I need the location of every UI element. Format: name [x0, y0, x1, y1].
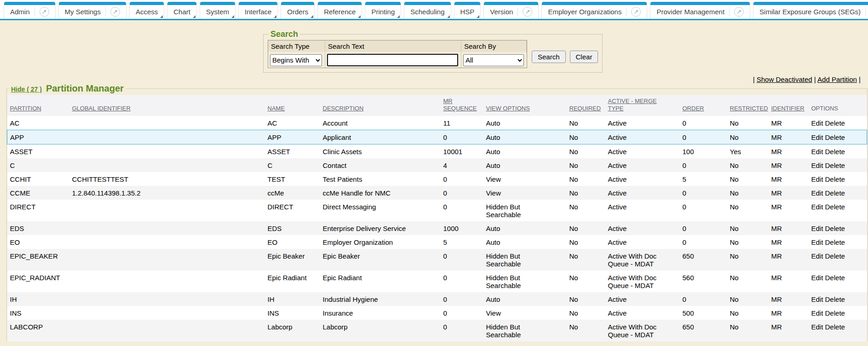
table-row-direct[interactable]: DIRECTDIRECTDirect Messaging0Hidden But … — [7, 200, 867, 221]
row-edit-link[interactable]: Edit — [811, 175, 823, 183]
column-header-restricted[interactable]: RESTRICTED — [727, 95, 769, 116]
external-link-icon[interactable]: ↗ — [631, 7, 641, 17]
table-row-labcorp[interactable]: LABCORPLabcorpLabcorp0Hidden But Searcha… — [7, 320, 867, 341]
row-delete-link[interactable]: Delete — [825, 252, 845, 260]
table-row-ih[interactable]: IHIHIndustrial Hygiene0AutoNoActive0NoMR… — [7, 292, 867, 306]
row-edit-link[interactable]: Edit — [811, 189, 823, 197]
tab-printing[interactable]: Printing — [365, 2, 401, 19]
cell-active_merge_type: Active — [605, 130, 680, 144]
row-delete-link[interactable]: Delete — [825, 274, 845, 282]
row-delete-link[interactable]: Delete — [825, 161, 845, 169]
row-edit-link[interactable]: Edit — [811, 295, 823, 303]
cell-required: No — [567, 144, 605, 159]
table-row-epic-beaker[interactable]: EPIC_BEAKEREpic BeakerEpic Beaker0Hidden… — [7, 249, 867, 271]
search-type-select[interactable]: Begins With — [270, 54, 322, 66]
cell-restricted: No — [727, 292, 769, 306]
row-edit-link[interactable]: Edit — [811, 323, 823, 331]
tab-divider: ↗ — [729, 7, 744, 17]
cell-global_identifier: 1.2.840.114398.1.35.2 — [69, 186, 265, 200]
cell-active_merge_type: Active — [605, 221, 680, 235]
column-header-active_merge_type[interactable]: ACTIVE - MERGETYPE — [605, 95, 680, 116]
table-row-cchit[interactable]: CCHITCCHITTESTTESTTESTTest Patients0View… — [7, 172, 867, 186]
tab-provider-management[interactable]: Provider Management↗ — [650, 2, 750, 19]
row-edit-link[interactable]: Edit — [811, 148, 823, 156]
tab-my-settings[interactable]: My Settings↗ — [58, 2, 126, 19]
tab-label: Version — [490, 8, 513, 16]
column-header-view_options[interactable]: VIEW OPTIONS — [483, 95, 567, 116]
cell-order: 0 — [680, 221, 727, 235]
tab-access[interactable]: Access — [129, 2, 164, 19]
row-delete-link[interactable]: Delete — [825, 225, 845, 232]
tab-interface[interactable]: Interface — [238, 2, 278, 19]
external-link-icon[interactable]: ↗ — [734, 7, 744, 17]
row-edit-link[interactable]: Edit — [811, 119, 823, 127]
tab-version[interactable]: Version↗ — [483, 2, 539, 19]
table-row-eo[interactable]: EOEOEmployer Organization5AutoNoActive0N… — [7, 235, 867, 249]
row-edit-link[interactable]: Edit — [811, 161, 823, 169]
column-header-mr_sequence[interactable]: MRSEQUENCE — [441, 95, 483, 116]
column-header-identifier[interactable]: IDENTIFIER — [769, 95, 809, 116]
row-delete-link[interactable]: Delete — [825, 203, 845, 211]
show-deactivated-link[interactable]: Show Deactivated — [757, 75, 812, 83]
table-row-ccme[interactable]: CCME1.2.840.114398.1.35.2ccMeccMe Handle… — [7, 186, 867, 200]
tab-reference[interactable]: Reference — [317, 2, 362, 19]
row-edit-link[interactable]: Edit — [811, 238, 823, 246]
row-delete-link[interactable]: Delete — [825, 238, 845, 246]
external-link-icon[interactable]: ↗ — [40, 7, 49, 17]
table-row-epic-radiant[interactable]: EPIC_RADIANTEpic RadiantEpic Radiant0Hid… — [7, 271, 867, 292]
row-edit-link[interactable]: Edit — [811, 203, 823, 211]
search-text-input[interactable] — [327, 54, 458, 66]
row-delete-link[interactable]: Delete — [825, 323, 845, 331]
row-delete-link[interactable]: Delete — [825, 148, 845, 156]
column-header-order[interactable]: ORDER — [680, 95, 727, 116]
cell-view_options: Auto — [483, 144, 567, 159]
tab-divider: ↗ — [34, 7, 49, 17]
cell-view_options: Auto — [483, 292, 567, 306]
column-header-name[interactable]: NAME — [265, 95, 320, 116]
table-row-app[interactable]: APPAPPApplicant0AutoNoActive0NoMREdit De… — [7, 130, 867, 144]
cell-order: 5 — [680, 172, 727, 186]
row-delete-link[interactable]: Delete — [825, 295, 845, 303]
column-header-partition[interactable]: PARTITION — [7, 95, 69, 116]
row-edit-link[interactable]: Edit — [811, 225, 823, 232]
column-header-global_identifier[interactable]: GLOBAL IDENTIFIER — [69, 95, 265, 116]
tab-similar-exposure-groups-segs[interactable]: Similar Exposure Groups (SEGs)↗ — [753, 2, 868, 19]
row-edit-link[interactable]: Edit — [811, 133, 823, 141]
row-edit-link[interactable]: Edit — [811, 252, 823, 260]
tab-chart[interactable]: Chart — [167, 2, 197, 19]
tab-admin[interactable]: Admin↗ — [4, 2, 56, 19]
row-delete-link[interactable]: Delete — [825, 119, 845, 127]
row-delete-link[interactable]: Delete — [825, 189, 845, 197]
external-link-icon[interactable]: ↗ — [523, 7, 532, 17]
row-delete-link[interactable]: Delete — [825, 175, 845, 183]
table-row-asset[interactable]: ASSETASSETClinic Assets10001AutoNoActive… — [7, 144, 867, 159]
clear-button[interactable]: Clear — [570, 51, 598, 63]
tab-orders[interactable]: Orders — [281, 2, 315, 19]
table-row-eds[interactable]: EDSEDSEnterprise Delivery Service1000Aut… — [7, 221, 867, 235]
search-button[interactable]: Search — [532, 51, 566, 63]
cell-restricted: No — [727, 116, 769, 130]
row-edit-link[interactable]: Edit — [811, 274, 823, 282]
table-row-ac[interactable]: ACACAccount11AutoNoActive0NoMREdit Delet… — [7, 116, 867, 130]
cell-identifier: MR — [769, 130, 809, 144]
row-delete-link[interactable]: Delete — [825, 133, 845, 141]
hide-toggle-link[interactable]: Hide ( 27 ) — [11, 86, 42, 93]
table-row-c[interactable]: CCContact4AutoNoActive0NoMREdit Delete — [7, 158, 867, 172]
page-title: Partition Manager — [46, 83, 124, 94]
search-by-select[interactable]: All — [463, 54, 524, 66]
row-delete-link[interactable]: Delete — [825, 309, 845, 317]
tab-scheduling[interactable]: Scheduling — [404, 2, 451, 19]
table-row-ins[interactable]: INSINSInsurance0ViewNoActive500NoMREdit … — [7, 306, 867, 320]
tab-hsp[interactable]: HSP — [454, 2, 481, 19]
cell-name: EDS — [265, 221, 320, 235]
external-link-icon[interactable]: ↗ — [110, 7, 120, 17]
row-edit-link[interactable]: Edit — [811, 309, 823, 317]
cell-active_merge_type: Active With Doc Queue - MDAT — [605, 249, 680, 271]
cell-description: Clinic Assets — [320, 144, 441, 159]
add-partition-link[interactable]: Add Partition — [817, 75, 857, 83]
column-header-required[interactable]: REQUIRED — [567, 95, 605, 116]
cell-identifier: MR — [769, 200, 809, 221]
column-header-description[interactable]: DESCRIPTION — [320, 95, 441, 116]
tab-employer-organizations[interactable]: Employer Organizations↗ — [541, 2, 647, 19]
tab-system[interactable]: System — [200, 2, 236, 19]
